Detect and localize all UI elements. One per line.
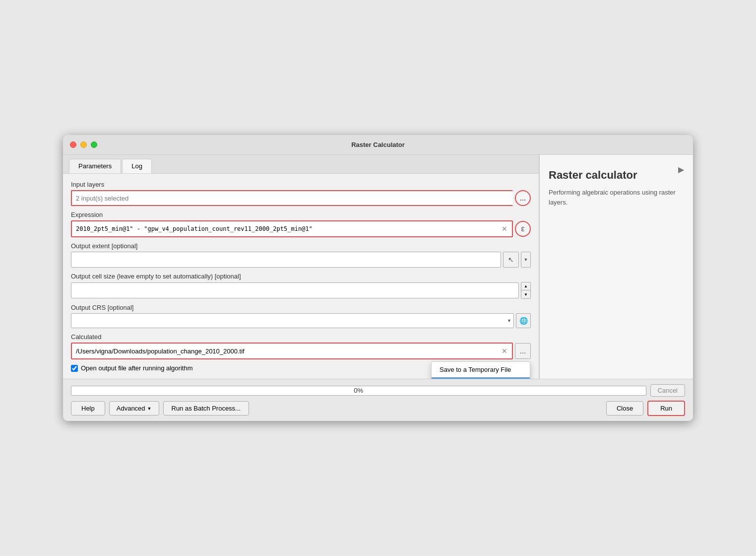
maximize-traffic-light[interactable] (91, 141, 97, 148)
advanced-label: Advanced (117, 405, 145, 412)
output-crs-row: ▼ 🌐 (71, 313, 531, 328)
calculated-row: /Users/vigna/Downloads/population_change… (71, 343, 531, 359)
advanced-dropdown-icon: ▼ (147, 406, 152, 411)
save-temp-option[interactable]: Save to a Temporary File (432, 362, 530, 377)
calculated-clear-button[interactable]: ✕ (499, 346, 510, 356)
output-crs-section: Output CRS [optional] ▼ 🌐 (71, 304, 531, 328)
epsilon-icon: ε (521, 224, 524, 233)
raster-calculator-window: Raster Calculator Parameters Log Input l… (63, 135, 693, 421)
main-content: Parameters Log Input layers … (63, 155, 693, 379)
calculated-more-button[interactable]: … Save to a Temporary File Save to File.… (515, 343, 531, 359)
collapse-arrow-icon[interactable]: ▶ (678, 165, 684, 174)
save-file-option[interactable]: Save to File... (432, 377, 530, 379)
traffic-lights (70, 141, 97, 148)
progress-bar: 0% (71, 386, 646, 396)
output-extent-dropdown-button[interactable]: ▼ (521, 252, 531, 268)
close-button[interactable]: Close (606, 401, 643, 416)
run-button[interactable]: Run (647, 401, 685, 416)
right-panel-title: Raster calculator (549, 169, 684, 182)
output-cell-size-field[interactable]: Not set (71, 282, 519, 298)
output-cell-size-row: Not set ▲ ▼ (71, 282, 531, 299)
output-extent-section: Output extent [optional] Not set ↖ ▼ (71, 242, 531, 268)
calculated-dropdown-popup: Save to a Temporary File Save to File... (431, 361, 530, 379)
expression-label: Expression (71, 211, 531, 218)
progress-text: 0% (354, 387, 363, 394)
open-output-label: Open output file after running algorithm (81, 364, 192, 372)
cell-size-spin-up-button[interactable]: ▲ (521, 282, 530, 290)
action-row: Help Advanced ▼ Run as Batch Process... … (71, 401, 685, 416)
crs-dropdown-arrow: ▼ (507, 318, 511, 323)
output-extent-row: Not set ↖ ▼ (71, 252, 531, 268)
expression-text: 2010_2pt5_min@1" - "gpw_v4_population_co… (76, 225, 499, 232)
expression-section: Expression 2010_2pt5_min@1" - "gpw_v4_po… (71, 211, 531, 237)
tab-log[interactable]: Log (122, 159, 152, 173)
left-panel: Parameters Log Input layers … (63, 155, 539, 379)
bottom-bar: 0% Cancel Help Advanced ▼ Run as Batch P… (63, 379, 693, 421)
tabs-bar: Parameters Log (63, 155, 539, 174)
cursor-icon: ↖ (508, 256, 514, 264)
output-cell-size-label: Output cell size (leave empty to set aut… (71, 273, 531, 280)
parameters-panel: Input layers … Expression 2010_2pt5_min@… (63, 174, 539, 379)
input-layers-section: Input layers … (71, 181, 531, 206)
help-button[interactable]: Help (71, 401, 105, 416)
input-layers-label: Input layers (71, 181, 531, 188)
chevron-down-icon: ▼ (524, 257, 528, 262)
globe-icon: 🌐 (519, 317, 528, 325)
output-extent-field[interactable]: Not set (71, 252, 501, 268)
input-layers-field[interactable] (71, 190, 513, 206)
right-panel: ▶ Raster calculator Performing algebraic… (539, 155, 693, 379)
ellipsis-icon: … (520, 195, 526, 202)
calculated-path: /Users/vigna/Downloads/population_change… (76, 348, 499, 355)
open-output-checkbox[interactable] (71, 365, 78, 372)
cell-size-spinbox: ▲ ▼ (521, 282, 531, 299)
cell-size-spin-down-button[interactable]: ▼ (521, 290, 530, 298)
calculated-label: Calculated (71, 333, 531, 341)
calculated-section: Calculated /Users/vigna/Downloads/popula… (71, 333, 531, 359)
more-icon: … (520, 348, 526, 355)
advanced-button[interactable]: Advanced ▼ (109, 401, 159, 416)
cancel-button[interactable]: Cancel (650, 384, 685, 397)
crs-globe-button[interactable]: 🌐 (516, 313, 531, 328)
output-crs-label: Output CRS [optional] (71, 304, 531, 311)
output-extent-select-button[interactable]: ↖ (503, 252, 519, 268)
expression-row: 2010_2pt5_min@1" - "gpw_v4_population_co… (71, 220, 531, 237)
output-cell-size-section: Output cell size (leave empty to set aut… (71, 273, 531, 299)
output-extent-label: Output extent [optional] (71, 242, 531, 250)
right-panel-description: Performing algebraic operations using ra… (549, 188, 684, 207)
input-layers-ellipsis-button[interactable]: … (515, 190, 531, 206)
clear-icon: ✕ (502, 347, 507, 355)
tab-parameters[interactable]: Parameters (69, 159, 121, 173)
expression-clear-button[interactable]: ✕ (499, 223, 510, 234)
batch-process-button[interactable]: Run as Batch Process... (163, 401, 249, 416)
minimize-traffic-light[interactable] (80, 141, 87, 148)
window-title: Raster Calculator (351, 141, 405, 148)
input-layers-row: … (71, 190, 531, 206)
clear-icon: ✕ (502, 225, 507, 233)
close-traffic-light[interactable] (70, 141, 76, 148)
expression-editor-button[interactable]: ε (515, 221, 531, 237)
titlebar: Raster Calculator (63, 135, 693, 155)
progress-row: 0% Cancel (71, 384, 685, 397)
